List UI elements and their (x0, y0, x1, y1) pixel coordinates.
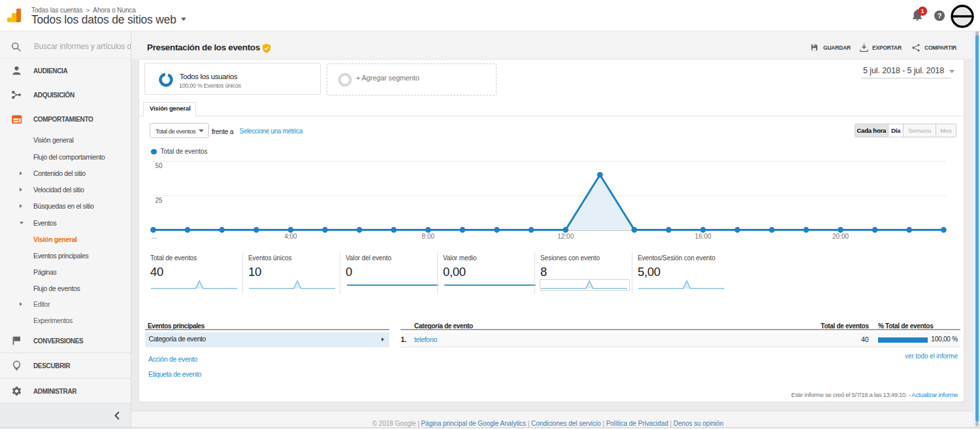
svg-text:20:00: 20:00 (832, 233, 849, 240)
svg-text:16:00: 16:00 (695, 233, 711, 240)
svg-text:8:00: 8:00 (422, 233, 435, 240)
svg-text:4:00: 4:00 (284, 233, 297, 240)
svg-text:12:00: 12:00 (557, 233, 574, 240)
svg-text:50: 50 (155, 162, 163, 169)
svg-text:25: 25 (155, 197, 163, 204)
svg-text:...: ... (152, 233, 157, 240)
